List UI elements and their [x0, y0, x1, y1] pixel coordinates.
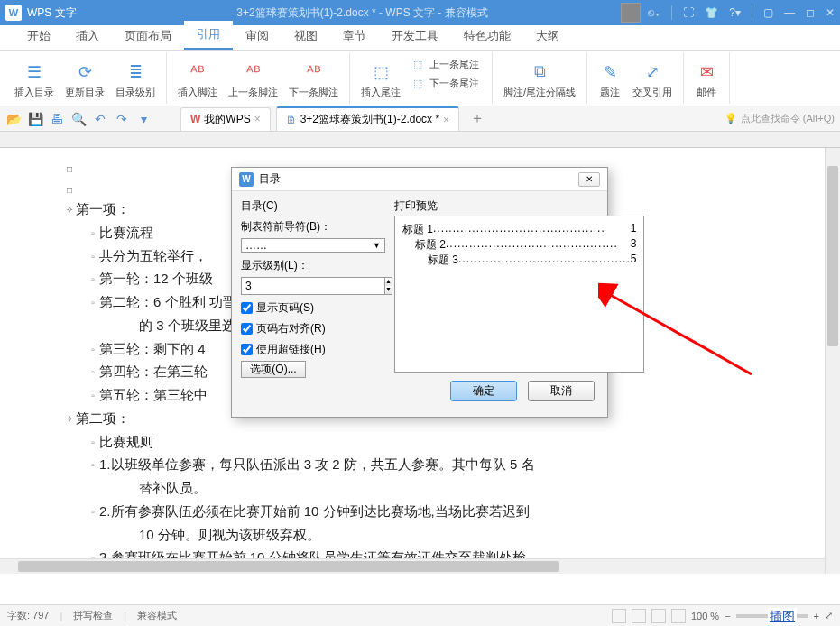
redo-icon[interactable]: ↷ — [114, 111, 130, 127]
spell-check-status[interactable]: 拼写检查 — [73, 609, 113, 622]
dialog-close-button[interactable]: ✕ — [578, 172, 600, 187]
mail-button[interactable]: ✉邮件 — [689, 54, 724, 105]
dialog-left-panel: 目录(C) 制表符前导符(B)： ……▼ 显示级别(L)： ▲▼ 显示页码(S)… — [241, 198, 385, 373]
app-logo: W — [5, 5, 22, 21]
tab-references[interactable]: 引用 — [184, 21, 233, 50]
next-endnote-button[interactable]: ⬚下一条尾注 — [410, 75, 483, 92]
zoom-out-button[interactable]: − — [725, 611, 730, 621]
ribbon-group-toc: ☰插入目录 ⟳更新目录 ≣目录级别 — [4, 52, 167, 104]
horizontal-ruler[interactable] — [0, 132, 840, 148]
options-button[interactable]: 选项(O)... — [241, 361, 306, 378]
tab-leader-combo[interactable]: ……▼ — [241, 238, 385, 253]
new-tab-button[interactable]: ＋ — [465, 109, 490, 128]
close-icon[interactable]: ✕ — [826, 6, 835, 19]
cancel-button[interactable]: 取消 — [528, 381, 595, 401]
ok-button[interactable]: 确定 — [450, 381, 517, 401]
refresh-icon: ⟳ — [73, 60, 97, 84]
mail-icon: ✉ — [695, 60, 718, 84]
wps-logo-icon: W — [190, 113, 200, 125]
vertical-scrollbar[interactable] — [825, 148, 840, 574]
outline-marker: □ — [63, 183, 76, 198]
insert-footnote-button[interactable]: ᴬᴮ插入脚注 — [172, 54, 223, 105]
save-icon[interactable]: 💾 — [27, 111, 43, 127]
line-text: 比赛流程 — [99, 222, 153, 244]
document-line[interactable]: ▫比赛规则 — [36, 431, 822, 454]
tab-review[interactable]: 审阅 — [233, 23, 282, 50]
view-outline-icon[interactable] — [632, 609, 646, 623]
chevron-down-icon: ▼ — [373, 241, 381, 250]
insert-toc-button[interactable]: ☰插入目录 — [9, 54, 60, 105]
tab-close-icon[interactable]: × — [443, 114, 449, 126]
print-icon[interactable]: 🖶 — [49, 111, 65, 127]
toc-level-button[interactable]: ≣目录级别 — [110, 54, 161, 105]
hyperlink-checkbox[interactable]: 使用超链接(H) — [241, 342, 385, 357]
show-page-checkbox[interactable]: 显示页码(S) — [241, 300, 385, 316]
dropdown-icon[interactable]: ▾ — [135, 111, 152, 127]
maximize-icon[interactable]: ◻ — [806, 6, 815, 19]
caption-icon: ✎ — [598, 60, 622, 84]
document-line[interactable]: ▫1.以班级单位参赛，每只队伍派出 3 攻 2 防，共五人参赛。其中每队 5 名 — [36, 454, 822, 476]
word-count[interactable]: 字数: 797 — [7, 609, 49, 622]
zoom-in-button[interactable]: + — [814, 611, 819, 621]
spin-down-button[interactable]: ▼ — [385, 286, 392, 294]
tab-chapter[interactable]: 章节 — [330, 23, 379, 50]
tab-my-wps[interactable]: W我的WPS× — [180, 107, 271, 131]
prev-endnote-button[interactable]: ⬚上一条尾注 — [410, 56, 483, 73]
show-level-spinner[interactable]: ▲▼ — [241, 277, 385, 295]
tab-view[interactable]: 视图 — [282, 23, 330, 50]
footnote-icon: ᴬᴮ — [186, 60, 209, 84]
tab-current-document[interactable]: 🗎3+2篮球赛策划书(1)-2.docx *× — [276, 106, 459, 131]
view-web-icon[interactable] — [651, 609, 666, 623]
minimize-icon[interactable]: — — [784, 6, 795, 19]
view-page-icon[interactable] — [612, 609, 626, 623]
skin-icon[interactable]: ⛶ — [683, 6, 694, 19]
endnote-icon: ⬚ — [369, 60, 392, 84]
open-icon[interactable]: 📂 — [5, 111, 22, 127]
show-level-input[interactable] — [241, 277, 385, 295]
note-sep-button[interactable]: ⧉脚注/尾注分隔线 — [498, 54, 581, 105]
doc-icon: 🗎 — [286, 114, 297, 126]
command-search[interactable]: 💡点此查找命令 (Alt+Q) — [725, 112, 835, 125]
tab-outline[interactable]: 大纲 — [523, 23, 572, 50]
outline-marker: ▫ — [87, 436, 99, 451]
fit-icon[interactable]: ⤢ — [825, 610, 833, 621]
dialog-titlebar[interactable]: W 目录 ✕ — [232, 168, 607, 191]
next-footnote-button[interactable]: ᴬᴮ下一条脚注 — [283, 54, 344, 105]
document-line[interactable]: 10 分钟。则视为该班级弃权。 — [36, 524, 822, 547]
user-avatar[interactable] — [621, 3, 641, 23]
insert-picture-link[interactable]: 插图 — [768, 608, 797, 626]
insert-endnote-button[interactable]: ⬚插入尾注 — [355, 54, 406, 105]
crossref-button[interactable]: ⤢交叉引用 — [627, 54, 678, 105]
tab-insert[interactable]: 插入 — [63, 23, 112, 50]
undo-icon[interactable]: ↶ — [92, 111, 108, 127]
tab-start[interactable]: 开始 — [14, 23, 63, 50]
tab-developer[interactable]: 开发工具 — [379, 23, 451, 50]
ribbon-group-footnote: ᴬᴮ插入脚注 ᴬᴮ上一条脚注 ᴬᴮ下一条脚注 — [167, 52, 350, 104]
scrollbar-thumb[interactable] — [18, 561, 559, 572]
line-text: 第三轮：剩下的 4 — [99, 338, 206, 361]
scrollbar-thumb[interactable] — [827, 166, 838, 346]
crossref-icon: ⤢ — [641, 60, 664, 84]
document-line[interactable]: ▫2.所有参赛队伍必须在比赛开始前 10 分钟到达比赛场地,当场比赛若迟到 — [36, 501, 822, 523]
shirt-icon[interactable]: 👕 — [705, 6, 718, 19]
view-read-icon[interactable] — [671, 609, 686, 623]
tab-features[interactable]: 特色功能 — [451, 23, 523, 50]
right-align-checkbox[interactable]: 页码右对齐(R) — [241, 321, 385, 336]
spin-up-button[interactable]: ▲ — [385, 278, 392, 286]
restore-down-icon[interactable]: ▢ — [763, 6, 773, 19]
tab-close-icon[interactable]: × — [254, 113, 261, 125]
line-text: 1.以班级单位参赛，每只队伍派出 3 攻 2 防，共五人参赛。其中每队 5 名 — [99, 454, 535, 476]
preview-icon[interactable]: 🔍 — [70, 111, 87, 127]
car-icon[interactable]: ⎋▾ — [648, 6, 660, 19]
help-icon[interactable]: ?▾ — [729, 6, 741, 19]
update-toc-button[interactable]: ⟳更新目录 — [60, 54, 110, 105]
document-line[interactable]: 替补队员。 — [36, 477, 822, 500]
tab-page-layout[interactable]: 页面布局 — [112, 23, 184, 50]
dialog-body: 目录(C) 制表符前导符(B)： ……▼ 显示级别(L)： ▲▼ 显示页码(S)… — [232, 191, 607, 381]
prev-footnote-button[interactable]: ᴬᴮ上一条脚注 — [223, 54, 283, 105]
zoom-value[interactable]: 100 % — [691, 611, 719, 621]
horizontal-scrollbar[interactable] — [0, 558, 825, 574]
caption-button[interactable]: ✎题注 — [593, 54, 627, 105]
line-text: 第一轮：12 个班级 — [99, 268, 213, 290]
dialog-logo-icon: W — [239, 172, 254, 187]
